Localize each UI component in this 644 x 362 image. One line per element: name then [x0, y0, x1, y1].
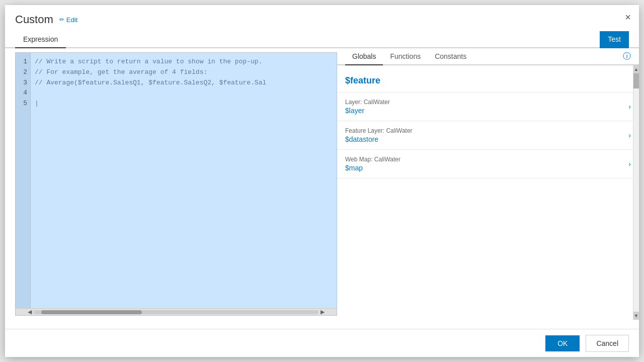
horizontal-scrollbar[interactable]: ◀ ▶ — [16, 308, 337, 315]
feature-value: $feature — [345, 75, 380, 85]
vscroll-track[interactable] — [633, 73, 639, 312]
vscroll-thumb[interactable] — [633, 73, 639, 88]
right-vertical-scrollbar[interactable]: ▲ ▼ — [633, 65, 639, 320]
scroll-right-arrow[interactable]: ▶ — [318, 309, 327, 315]
edit-link[interactable]: ✏ Edit — [59, 16, 77, 24]
dialog-footer: OK Cancel — [5, 329, 639, 357]
globals-item-layer[interactable]: Layer: CaliWater $layer › — [337, 93, 639, 121]
layer-label: Layer: CaliWater — [345, 99, 390, 106]
tab-constants[interactable]: Constants — [428, 48, 473, 65]
cursor-line: | — [35, 99, 333, 109]
line-num-4: 4 — [19, 88, 27, 99]
test-button[interactable]: Test — [600, 31, 629, 48]
tab-functions[interactable]: Functions — [383, 48, 428, 65]
map-value: $map — [345, 164, 400, 172]
line-num-5: 5 — [19, 99, 27, 109]
right-tabs: Globals Functions Constants ⓘ — [337, 48, 639, 65]
editor-pane: 1 2 3 4 5 // Write a script to return a … — [15, 52, 337, 316]
globals-item-datastore[interactable]: Feature Layer: CaliWater $datastore › — [337, 121, 639, 150]
layer-chevron: › — [628, 103, 631, 111]
right-pane: Globals Functions Constants ⓘ $feature — [337, 48, 639, 320]
code-editor[interactable]: 1 2 3 4 5 // Write a script to return a … — [16, 53, 337, 308]
info-icon[interactable]: ⓘ — [623, 51, 631, 62]
globals-list: $feature Layer: CaliWater $layer › — [337, 65, 639, 183]
ok-button[interactable]: OK — [545, 335, 580, 351]
layer-value: $layer — [345, 107, 390, 115]
line-num-3: 3 — [19, 78, 27, 88]
vscroll-down-btn[interactable]: ▼ — [633, 312, 639, 320]
globals-scroll-container[interactable]: $feature Layer: CaliWater $layer › — [337, 65, 639, 320]
line-num-2: 2 — [19, 67, 27, 78]
close-button[interactable]: × — [625, 12, 631, 22]
content-area: 1 2 3 4 5 // Write a script to return a … — [5, 48, 639, 320]
edit-label: Edit — [66, 16, 77, 24]
map-label: Web Map: CaliWater — [345, 156, 400, 163]
h-scroll-track[interactable] — [34, 310, 318, 314]
cancel-button[interactable]: Cancel — [586, 335, 629, 352]
vscroll-up-btn[interactable]: ▲ — [633, 65, 639, 73]
datastore-label: Feature Layer: CaliWater — [345, 127, 413, 134]
line-num-1: 1 — [19, 57, 27, 67]
code-content[interactable]: // Write a script to return a value to s… — [31, 53, 337, 308]
h-scroll-thumb[interactable] — [41, 310, 142, 314]
globals-item-map[interactable]: Web Map: CaliWater $map › — [337, 150, 639, 178]
datastore-value: $datastore — [345, 135, 413, 143]
scroll-left-arrow[interactable]: ◀ — [26, 309, 34, 315]
globals-item-feature[interactable]: $feature — [337, 69, 639, 93]
dialog-header: Custom ✏ Edit × — [5, 5, 639, 31]
edit-icon: ✏ — [59, 16, 64, 23]
dialog-title: Custom — [15, 13, 53, 26]
map-chevron: › — [628, 160, 631, 168]
top-tabs-bar: Expression Test — [5, 31, 639, 48]
custom-dialog: Custom ✏ Edit × Expression Test 1 2 3 4 … — [5, 5, 639, 357]
line-numbers: 1 2 3 4 5 — [16, 53, 31, 308]
tab-globals[interactable]: Globals — [345, 48, 383, 65]
datastore-chevron: › — [628, 131, 631, 139]
tab-expression[interactable]: Expression — [15, 31, 66, 48]
